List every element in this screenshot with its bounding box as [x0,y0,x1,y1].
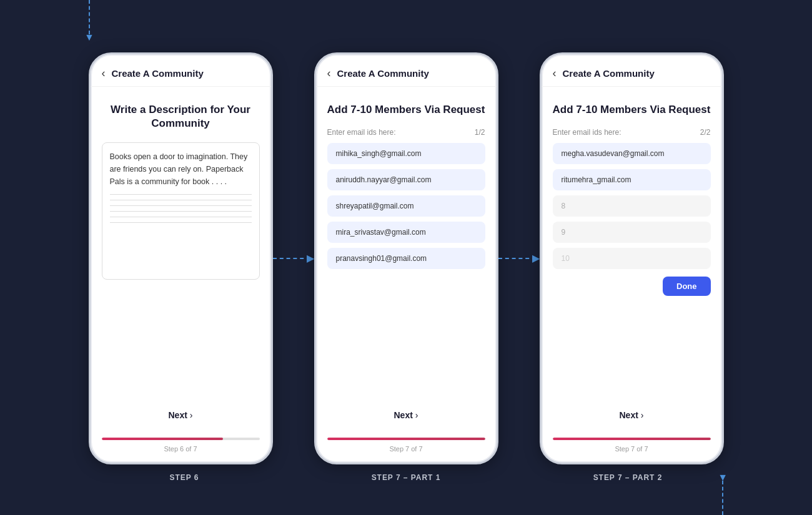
arrow-down-icon: ▼ [84,32,94,43]
phone7p1-email-5[interactable]: pranavsingh01@gmail.com [327,248,485,269]
phone7p2-next-row: Next › [553,403,711,420]
phone7p1-header: ‹ Create A Community [316,54,497,87]
phones-row: ‹ Create A Community Write a Description… [89,52,724,464]
step7p1-caption: STEP 7 – PART 1 [314,473,498,482]
desc-line-5 [110,217,252,217]
phone7p2-email-label: Enter email ids here: [553,128,621,137]
phone7p2-header: ‹ Create A Community [542,54,722,87]
phone7p1-email-label: Enter email ids here: [327,128,396,137]
phone7p2-step-label: Step 7 of 7 [553,445,711,453]
dashed-line-top [89,0,90,34]
top-arrow: ▼ [84,0,94,43]
done-button[interactable]: Done [663,277,711,296]
back-button-7p1[interactable]: ‹ [327,67,331,80]
phone6-header: ‹ Create A Community [91,54,271,87]
dashed-h-1 [273,258,310,259]
phone7p1-step-label: Step 7 of 7 [327,445,485,453]
phone7p2-progress-area: Step 7 of 7 [542,430,722,463]
dashed-line-bottom [722,481,723,515]
phone7p2-body: Add 7-10 Members Via Request Enter email… [542,87,722,430]
phone6-progress-track [102,438,260,440]
phone7p2-email-counter: 2/2 [700,128,711,137]
phone7p1-email-section: Enter email ids here: 1/2 mihika_singh@g… [327,128,485,402]
phone-step7p1: ‹ Create A Community Add 7-10 Members Vi… [314,52,498,464]
phone7p2-label-row: Enter email ids here: 2/2 [553,128,711,137]
spacer-2 [498,473,536,482]
phone7p1-email-3[interactable]: shreyapatil@gmail.com [327,195,485,217]
back-button-6[interactable]: ‹ [102,67,106,80]
phone7p1-body: Add 7-10 Members Via Request Enter email… [316,87,497,430]
spacer-1 [277,473,314,482]
phone7p2-done-row: Done [553,277,711,296]
phone7p1-title: Create A Community [337,68,429,79]
phone6-step-label: Step 6 of 7 [102,445,260,453]
phone7p2-next-label[interactable]: Next [619,410,638,420]
phone7p2-progress-track [553,438,711,440]
phone6-description-text: Books open a door to imagination. They a… [110,150,252,188]
phone7p2-progress-fill [553,438,711,440]
phone6-next-chevron: › [190,410,193,420]
step6-caption: STEP 6 [92,473,277,482]
phone7p1-email-2[interactable]: aniruddh.nayyar@gmail.com [327,169,485,190]
phone7p2-title: Create A Community [563,68,655,79]
phone7p1-progress-track [327,438,485,440]
bottom-arrow: ▼ [718,472,728,515]
phone7p1-email-counter: 1/2 [475,128,485,137]
phone7p1-next-chevron: › [415,410,418,420]
phone6-heading: Write a Description for Your Community [102,103,260,132]
back-button-7p2[interactable]: ‹ [553,67,557,80]
step-labels-row: STEP 6 STEP 7 – PART 1 STEP 7 – PART 2 [0,473,812,482]
phone6-title: Create A Community [112,68,204,79]
phone6-description-box[interactable]: Books open a door to imagination. They a… [102,142,260,280]
phone7p2-email-1[interactable]: megha.vasudevan@gmail.com [553,143,711,164]
phone6-next-row: Next › [102,403,260,420]
phone6-description-lines [110,194,252,223]
phone6-next-label[interactable]: Next [168,410,187,420]
step7p2-caption: STEP 7 – PART 2 [536,473,720,482]
phone7p1-progress-area: Step 7 of 7 [316,430,497,463]
phone7p2-next-chevron: › [641,410,644,420]
dashed-h-2 [498,258,536,259]
phone7p2-email-5[interactable]: 10 [553,248,711,269]
phone7p2-email-2[interactable]: ritumehra_gmail.com [553,169,711,190]
phone7p2-email-3[interactable]: 8 [553,195,711,217]
desc-line-6 [110,222,252,223]
phone6-body: Write a Description for Your Community B… [91,87,271,430]
phone6-progress-area: Step 6 of 7 [91,430,271,463]
phone7p1-label-row: Enter email ids here: 1/2 [327,128,485,137]
desc-line-4 [110,211,252,212]
phone6-progress-fill [102,438,224,440]
phone7p1-next-label[interactable]: Next [394,410,412,420]
phone7p1-next-row: Next › [327,403,485,420]
connector-2: ▶ [498,252,540,264]
phone7p2-heading: Add 7-10 Members Via Request [553,103,711,117]
phone7p1-heading: Add 7-10 Members Via Request [327,103,485,117]
phone-step7p2: ‹ Create A Community Add 7-10 Members Vi… [540,52,724,464]
desc-line-3 [110,205,252,206]
phone7p1-email-4[interactable]: mira_srivastav@gmail.com [327,222,485,243]
phone-step6: ‹ Create A Community Write a Description… [89,52,273,464]
phone7p1-email-1[interactable]: mihika_singh@gmail.com [327,143,485,164]
phone7p2-email-4[interactable]: 9 [553,222,711,243]
phone7p2-email-section: Enter email ids here: 2/2 megha.vasudeva… [553,128,711,402]
connector-1: ▶ [273,252,314,264]
desc-line-1 [110,194,252,195]
desc-line-2 [110,200,252,200]
phone7p1-progress-fill [327,438,485,440]
